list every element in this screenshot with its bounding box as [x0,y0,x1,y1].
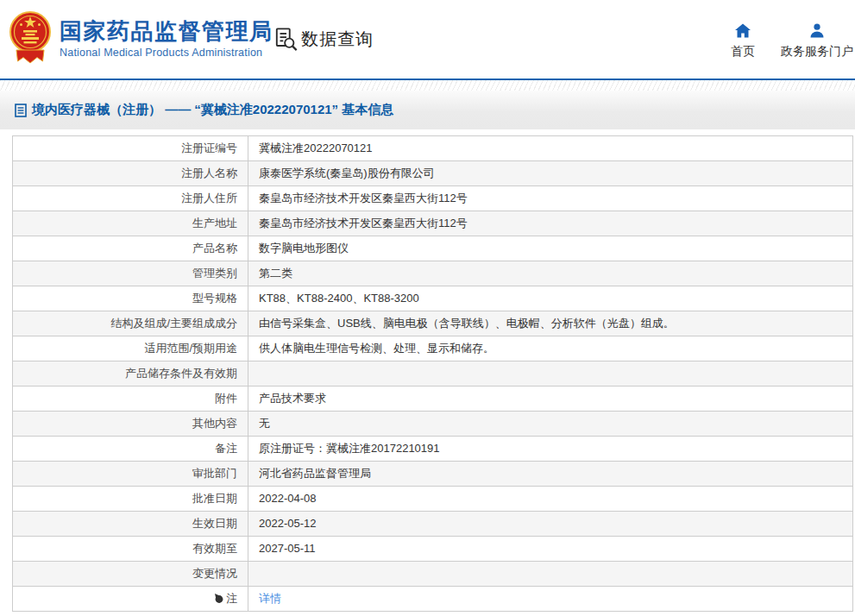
table-row: 生效日期 2022-05-12 [13,512,852,537]
row-label: 注册人住所 [13,186,248,211]
row-value-text: KT88、KT88-2400、KT88-3200 [259,292,419,305]
nav-home[interactable]: 首页 [731,23,755,60]
row-label: 有效期至 [13,537,248,561]
row-value: 2022-05-12 [248,512,852,536]
detail-table: 注册证编号 冀械注准20222070121 注册人名称 康泰医学系统(秦皇岛)股… [12,135,853,612]
row-label-text: 其他内容 [192,412,237,436]
table-row: 型号规格 KT88、KT88-2400、KT88-3200 [13,286,852,311]
row-value-text: 2022-05-12 [259,517,317,530]
content-area: 注册证编号 冀械注准20222070121 注册人名称 康泰医学系统(秦皇岛)股… [12,135,855,612]
nav-portal-label: 政务服务门户 [781,44,853,60]
site-logo[interactable]: 国家药品监督管理局 National Medical Products Admi… [9,9,273,68]
table-row: 变更情况 [13,562,852,587]
row-label: 生产地址 [13,211,248,236]
table-row: 结构及组成/主要组成成分 由信号采集盒、USB线、脑电电极（含导联线）、电极帽、… [13,311,852,336]
national-emblem-logo [9,9,52,68]
row-value: 数字脑电地形图仪 [248,236,852,261]
row-label: 产品名称 [13,236,248,261]
row-label: 审批部门 [13,462,248,486]
table-row: 有效期至 2027-05-11 [13,537,852,562]
data-query-tab[interactable]: 数据查询 [274,27,374,52]
row-value-text: 河北省药品监督管理局 [259,467,371,480]
table-row: 批准日期 2022-04-08 [13,487,852,512]
row-value: 2027-05-11 [248,537,852,561]
row-label-text: 审批部门 [192,462,237,486]
row-value [248,562,852,586]
row-value: 第二类 [248,261,852,286]
row-label: 型号规格 [13,286,248,311]
row-label: 生效日期 [13,512,248,536]
row-value: 详情 [248,587,852,611]
row-label-text: 变更情况 [192,562,237,586]
row-label-text: 生产地址 [192,211,237,236]
row-value: 秦皇岛市经济技术开发区秦皇西大街112号 [248,211,852,236]
row-label-text: 管理类别 [192,261,237,286]
table-row: 产品储存条件及有效期 [13,361,852,387]
row-value: 无 [248,412,852,436]
row-label: 注册人名称 [13,161,248,185]
row-label: 批准日期 [13,487,248,511]
row-label: 注册证编号 [13,136,248,160]
row-label: 适用范围/预期用途 [13,336,248,361]
hatch-strip [0,80,855,91]
row-label-text: 有效期至 [192,537,237,561]
row-value: 秦皇岛市经济技术开发区秦皇西大街112号 [248,186,852,211]
document-list-icon [15,104,27,117]
title-bar: 境内医疗器械（注册） —— “冀械注准20222070121” 基本信息 [0,91,855,129]
table-row: 备注 原注册证号：冀械注准20172210191 [13,437,852,462]
page-title: 境内医疗器械（注册） —— “冀械注准20222070121” 基本信息 [32,102,393,118]
table-row: 附件 产品技术要求 [13,387,852,412]
row-label: 其他内容 [13,412,248,436]
row-label: 变更情况 [13,562,248,586]
row-label-text: 产品名称 [192,236,237,261]
row-value-text: 产品技术要求 [259,392,326,405]
table-row: 注册人名称 康泰医学系统(秦皇岛)股份有限公司 [13,161,852,186]
row-value: 冀械注准20222070121 [248,136,852,160]
document-search-icon [274,27,299,52]
nav-home-label: 首页 [731,44,755,60]
row-label: 管理类别 [13,261,248,286]
row-value-text: 数字脑电地形图仪 [259,242,349,255]
row-value-text: 原注册证号：冀械注准20172210191 [259,442,440,455]
row-label: 附件 [13,387,248,411]
nav-portal[interactable]: 政务服务门户 [781,23,853,60]
row-label-text: 适用范围/预期用途 [144,336,237,361]
row-label-text: 注册证编号 [181,136,237,160]
row-value [248,361,852,386]
table-row: 注册人住所 秦皇岛市经济技术开发区秦皇西大街112号 [13,186,852,211]
data-query-label: 数据查询 [301,28,374,51]
row-label-text: 批准日期 [192,487,237,511]
row-value: 供人体脑电生理信号检测、处理、显示和储存。 [248,336,852,361]
note-icon [214,594,223,604]
row-value: 产品技术要求 [248,387,852,411]
row-value: 原注册证号：冀械注准20172210191 [248,437,852,461]
table-row: 审批部门 河北省药品监督管理局 [13,462,852,487]
row-label-text: 备注 [215,437,237,461]
row-value: KT88、KT88-2400、KT88-3200 [248,286,852,311]
row-label-text: 结构及组成/主要组成成分 [110,311,237,336]
row-label-text: 附件 [215,387,237,411]
row-label-text: 注 [226,587,237,611]
row-value: 康泰医学系统(秦皇岛)股份有限公司 [248,161,852,185]
row-label-text: 生效日期 [192,512,237,536]
row-value-text: 2022-04-08 [259,492,317,505]
table-row: 适用范围/预期用途 供人体脑电生理信号检测、处理、显示和储存。 [13,336,852,361]
row-label-text: 型号规格 [192,286,237,311]
row-label-text: 注册人住所 [181,186,237,211]
row-label: 备注 [13,437,248,461]
row-value-text: 供人体脑电生理信号检测、处理、显示和储存。 [259,342,494,355]
home-icon [734,23,751,38]
table-row: 注 详情 [13,587,852,611]
row-value-text: 2027-05-11 [259,542,316,555]
row-value-text: 由信号采集盒、USB线、脑电电极（含导联线）、电极帽、分析软件（光盘）组成。 [259,317,675,330]
row-label: 注 [13,587,248,611]
table-row: 生产地址 秦皇岛市经济技术开发区秦皇西大街112号 [13,211,852,236]
row-label: 结构及组成/主要组成成分 [13,311,248,336]
org-name-en: National Medical Products Administration [60,47,273,59]
detail-link[interactable]: 详情 [259,592,281,605]
row-value-text: 冀械注准20222070121 [259,141,373,154]
site-header: 国家药品监督管理局 National Medical Products Admi… [0,0,855,80]
org-name-zh: 国家药品监督管理局 [60,19,273,45]
row-value-text: 秦皇岛市经济技术开发区秦皇西大街112号 [259,217,468,229]
top-nav: 首页 政务服务门户 [731,23,853,60]
